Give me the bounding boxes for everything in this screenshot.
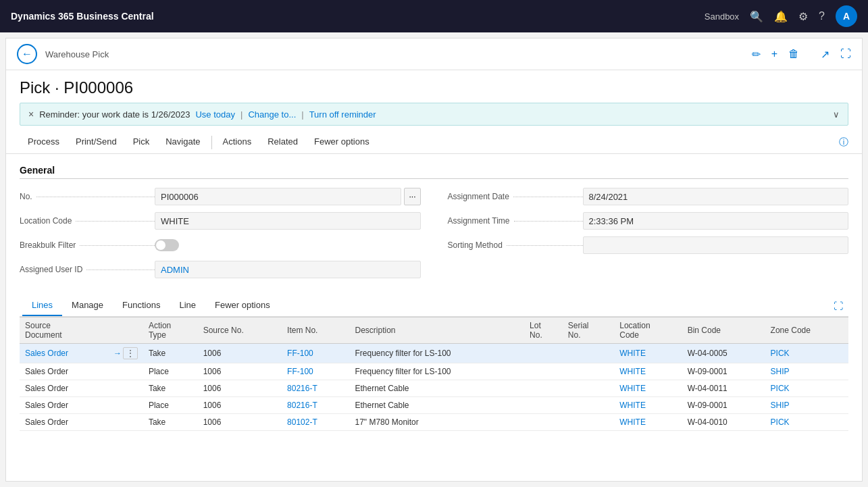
cell-serial-no — [563, 397, 614, 414]
reminder-sep-1: | — [240, 109, 242, 120]
page-breadcrumb: Warehouse Pick — [45, 49, 744, 59]
cell-source-document: Sales Order — [20, 414, 108, 431]
form-right-col: Assignment Date 8/24/2021 Assignment Tim… — [448, 187, 849, 284]
menu-item-navigate[interactable]: Navigate — [157, 131, 208, 153]
cell-bin-code: W-09-0001 — [682, 397, 765, 414]
reminder-change-to-link[interactable]: Change to... — [248, 109, 296, 120]
item-no-link[interactable]: FF-100 — [287, 367, 313, 376]
app-title: Dynamics 365 Business Central — [11, 11, 154, 22]
cell-zone-code: SHIP — [765, 397, 848, 414]
cell-zone-code: PICK — [765, 380, 848, 397]
edit-icon[interactable]: ✏ — [752, 48, 761, 61]
source-document-link[interactable]: Sales Order — [25, 349, 68, 358]
col-header-serial-no: SerialNo. — [563, 317, 614, 344]
col-header-bin-code: Bin Code — [682, 317, 765, 344]
menu-info-icon[interactable]: ⓘ — [839, 136, 848, 149]
lines-tab-lines[interactable]: Lines — [22, 295, 62, 316]
no-lookup-button[interactable]: ··· — [404, 188, 420, 205]
zone-code-link[interactable]: SHIP — [771, 401, 790, 410]
environment-label: Sandbox — [705, 11, 739, 22]
lines-tab-manage[interactable]: Manage — [62, 295, 113, 316]
col-header-zone-code: Zone Code — [765, 317, 848, 344]
expand-icon[interactable]: ⛶ — [840, 48, 851, 60]
cell-description: Frequency filter for LS-100 — [349, 363, 524, 380]
menu-item-related[interactable]: Related — [259, 131, 306, 153]
general-form: No. PI000006 ··· Location Code WHITE Bre… — [20, 187, 848, 284]
sorting-method-value[interactable] — [583, 236, 849, 254]
delete-icon[interactable]: 🗑 — [788, 48, 799, 60]
item-no-link[interactable]: 80216-T — [287, 401, 317, 410]
cell-zone-code: SHIP — [765, 363, 848, 380]
zone-code-link[interactable]: PICK — [771, 417, 790, 427]
cell-action-type: Place — [143, 363, 198, 380]
cell-source-document: Sales Order — [20, 397, 108, 414]
notification-icon[interactable]: 🔔 — [774, 10, 788, 23]
settings-icon[interactable]: ⚙ — [798, 10, 808, 23]
table-row: Sales Order→⋮Take1006FF-100Frequency fil… — [20, 344, 848, 363]
cell-item-no: 80216-T — [282, 380, 349, 397]
menu-item-process[interactable]: Process — [20, 131, 68, 153]
location-code-label: Location Code — [20, 216, 155, 226]
add-icon[interactable]: + — [771, 48, 777, 60]
location-code-link[interactable]: WHITE — [619, 367, 646, 376]
zone-code-link[interactable]: PICK — [771, 384, 790, 393]
form-row-sorting-method: Sorting Method — [448, 236, 849, 255]
cell-source-no: 1006 — [198, 380, 282, 397]
form-row-assigned-user-id: Assigned User ID ADMIN — [20, 260, 421, 279]
page-header-actions: ✏ + 🗑 ↗ ⛶ — [752, 48, 851, 61]
item-no-link[interactable]: 80216-T — [287, 384, 317, 393]
reminder-turn-off-link[interactable]: Turn off reminder — [309, 109, 376, 120]
location-code-link[interactable]: WHITE — [619, 384, 646, 393]
location-code-value[interactable]: WHITE — [155, 212, 421, 230]
lines-expand-icon[interactable]: ⛶ — [828, 298, 848, 314]
item-no-link[interactable]: 80102-T — [287, 417, 317, 427]
row-menu-button[interactable]: ⋮ — [123, 347, 138, 359]
item-no-link[interactable]: FF-100 — [287, 349, 313, 358]
user-avatar[interactable]: A — [836, 5, 857, 27]
form-row-location-code: Location Code WHITE — [20, 211, 421, 230]
col-header-source-no: Source No. — [198, 317, 282, 344]
help-icon[interactable]: ? — [819, 10, 825, 22]
location-code-link[interactable]: WHITE — [619, 349, 646, 358]
menu-item-fewer-options[interactable]: Fewer options — [306, 131, 378, 153]
zone-code-link[interactable]: PICK — [771, 349, 790, 358]
cell-row-ctrl — [108, 380, 143, 397]
location-code-link[interactable]: WHITE — [619, 417, 646, 427]
search-icon[interactable]: 🔍 — [750, 10, 763, 23]
lines-tab-functions[interactable]: Functions — [113, 295, 170, 316]
assignment-time-label: Assignment Time — [448, 216, 583, 226]
no-label: No. — [20, 192, 155, 201]
col-header-location-code: LocationCode — [614, 317, 682, 344]
lines-table-body: Sales Order→⋮Take1006FF-100Frequency fil… — [20, 344, 848, 431]
content-area: General No. PI000006 ··· Location Code W… — [6, 154, 862, 442]
menu-item-pick[interactable]: Pick — [125, 131, 158, 153]
cell-source-no: 1006 — [198, 363, 282, 380]
assigned-user-id-label: Assigned User ID — [20, 265, 155, 274]
lines-tab-fewer-options[interactable]: Fewer options — [205, 295, 280, 316]
lines-menu-bar: Lines Manage Functions Line Fewer option… — [20, 295, 848, 317]
menu-item-actions[interactable]: Actions — [215, 131, 260, 153]
cell-location-code: WHITE — [614, 414, 682, 431]
table-row: Sales OrderTake100680216-TEthernet Cable… — [20, 380, 848, 397]
no-value[interactable]: PI000006 — [155, 188, 401, 205]
table-row: Sales OrderPlace100680216-TEthernet Cabl… — [20, 397, 848, 414]
cell-lot-no — [524, 363, 563, 380]
reminder-close-icon[interactable]: × — [28, 109, 34, 120]
cell-source-no: 1006 — [198, 414, 282, 431]
location-code-link[interactable]: WHITE — [619, 401, 646, 410]
assignment-time-value[interactable]: 2:33:36 PM — [583, 212, 849, 230]
reminder-expand-icon[interactable]: ∨ — [833, 109, 840, 120]
menu-item-print-send[interactable]: Print/Send — [68, 131, 125, 153]
external-link-icon[interactable]: ↗ — [821, 48, 829, 61]
back-button[interactable]: ← — [17, 44, 37, 64]
assignment-date-value[interactable]: 8/24/2021 — [583, 188, 849, 205]
lines-tab-line[interactable]: Line — [170, 295, 205, 316]
breakbulk-filter-toggle[interactable] — [155, 239, 179, 251]
assigned-user-id-value[interactable]: ADMIN — [155, 261, 421, 278]
nav-right: Sandbox 🔍 🔔 ⚙ ? A — [705, 5, 857, 27]
reminder-use-today-link[interactable]: Use today — [195, 109, 235, 120]
cell-bin-code: W-04-0010 — [682, 414, 765, 431]
table-row: Sales OrderTake100680102-T17" M780 Monit… — [20, 414, 848, 431]
zone-code-link[interactable]: SHIP — [771, 367, 790, 376]
reminder-text: Reminder: your work date is 1/26/2023 — [39, 109, 190, 120]
